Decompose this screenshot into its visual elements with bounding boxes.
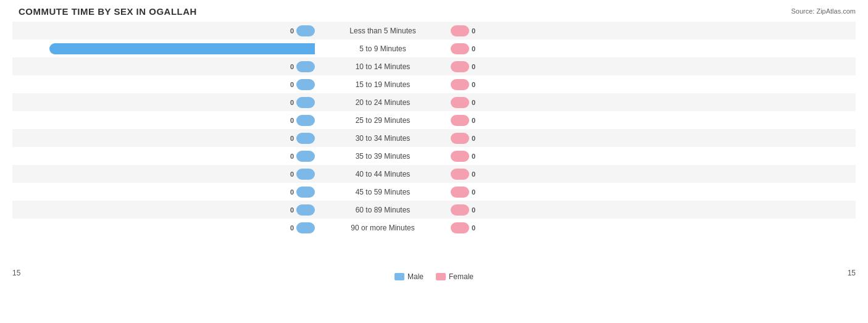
legend: Male Female (394, 272, 474, 281)
chart-title: COMMUTE TIME BY SEX IN OGALLAH (12, 6, 856, 17)
axis-bottom: 15 Male Female 15 (12, 265, 856, 281)
left-bar-container: 0 (12, 147, 315, 165)
row-label: 45 to 59 Minutes (315, 188, 451, 196)
male-bar (296, 97, 315, 108)
left-bar-container: 0 (12, 183, 315, 201)
male-value: 0 (290, 81, 294, 88)
female-value: 0 (472, 206, 475, 214)
right-bar-container: 0 (451, 183, 753, 201)
female-value: 0 (472, 188, 475, 196)
female-value: 0 (472, 45, 475, 52)
female-value: 0 (472, 224, 475, 232)
female-bar (451, 169, 469, 180)
female-value: 0 (472, 153, 475, 160)
male-bar (296, 222, 315, 233)
axis-left-value: 15 (12, 269, 20, 281)
female-bar (451, 204, 469, 216)
chart-row: 015 to 19 Minutes0 (12, 75, 856, 93)
right-bar-container: 0 (451, 147, 753, 165)
chart-row: 010 to 14 Minutes0 (12, 57, 856, 75)
male-value: 12 (37, 45, 44, 52)
female-value: 0 (472, 63, 475, 70)
right-bar-container: 0 (451, 129, 753, 147)
female-bar (451, 97, 469, 108)
left-bar-container: 0 (12, 219, 315, 237)
right-bar-container: 0 (451, 201, 753, 219)
chart-row: 090 or more Minutes0 (12, 219, 856, 237)
female-bar (451, 25, 469, 36)
male-value: 0 (290, 117, 294, 124)
right-bar-container: 0 (451, 40, 753, 57)
female-value: 0 (472, 117, 475, 124)
right-bar-container: 0 (451, 111, 753, 129)
left-bar-container: 0 (12, 165, 315, 183)
left-bar-container: 0 (12, 57, 315, 75)
male-value: 0 (290, 27, 294, 35)
right-bar-container: 0 (451, 75, 753, 93)
left-bar-container: 0 (12, 201, 315, 219)
female-bar (451, 151, 469, 162)
male-bar (296, 79, 315, 90)
left-bar-container: 0 (12, 111, 315, 129)
male-bar (296, 204, 315, 216)
female-bar (451, 79, 469, 90)
chart-row: 030 to 34 Minutes0 (12, 129, 856, 147)
row-label: 90 or more Minutes (315, 224, 451, 232)
male-bar (296, 25, 315, 36)
male-bar (296, 133, 315, 144)
right-bar-container: 0 (451, 57, 753, 75)
right-bar-container: 0 (451, 22, 753, 40)
legend-female-box (436, 273, 446, 280)
chart-row: 045 to 59 Minutes0 (12, 183, 856, 201)
row-label: 15 to 19 Minutes (315, 80, 451, 89)
female-bar (451, 61, 469, 72)
male-bar (296, 169, 315, 180)
male-value: 0 (290, 188, 294, 196)
chart-area: 0Less than 5 Minutes0125 to 9 Minutes001… (12, 22, 856, 262)
left-bar-container: 0 (12, 22, 315, 40)
female-bar (451, 43, 469, 54)
female-value: 0 (472, 27, 475, 35)
right-bar-container: 0 (451, 93, 753, 111)
left-bar-container: 0 (12, 75, 315, 93)
female-value: 0 (472, 99, 475, 106)
female-value: 0 (472, 81, 475, 88)
legend-female-label: Female (449, 272, 474, 281)
female-bar (451, 115, 469, 126)
row-label: 20 to 24 Minutes (315, 98, 451, 107)
male-value: 0 (290, 224, 294, 232)
chart-row: 025 to 29 Minutes0 (12, 111, 856, 129)
female-bar (451, 222, 469, 233)
source-label: Source: ZipAtlas.com (791, 7, 856, 15)
female-bar (451, 187, 469, 198)
chart-row: 040 to 44 Minutes0 (12, 165, 856, 183)
legend-male-box (394, 273, 404, 280)
row-label: Less than 5 Minutes (315, 27, 451, 35)
left-bar-container: 12 (12, 40, 315, 57)
row-label: 10 to 14 Minutes (315, 62, 451, 71)
male-value: 0 (290, 99, 294, 106)
male-bar (296, 115, 315, 126)
female-bar (451, 133, 469, 144)
right-bar-container: 0 (451, 165, 753, 183)
chart-container: COMMUTE TIME BY SEX IN OGALLAH Source: Z… (0, 0, 868, 323)
legend-male-label: Male (407, 272, 424, 281)
male-value: 0 (290, 135, 294, 142)
female-value: 0 (472, 135, 475, 142)
row-label: 5 to 9 Minutes (315, 44, 451, 53)
male-value: 0 (290, 153, 294, 160)
chart-row: 125 to 9 Minutes0 (12, 40, 856, 57)
row-label: 25 to 29 Minutes (315, 116, 451, 125)
axis-right-value: 15 (848, 269, 856, 281)
male-value: 0 (290, 63, 294, 70)
row-label: 30 to 34 Minutes (315, 134, 451, 143)
row-label: 35 to 39 Minutes (315, 152, 451, 161)
legend-male: Male (394, 272, 424, 281)
left-bar-container: 0 (12, 129, 315, 147)
chart-row: 0Less than 5 Minutes0 (12, 22, 856, 40)
chart-row: 020 to 24 Minutes0 (12, 93, 856, 111)
row-label: 60 to 89 Minutes (315, 206, 451, 214)
male-value: 0 (290, 170, 294, 178)
legend-female: Female (436, 272, 474, 281)
male-value: 0 (290, 206, 294, 214)
